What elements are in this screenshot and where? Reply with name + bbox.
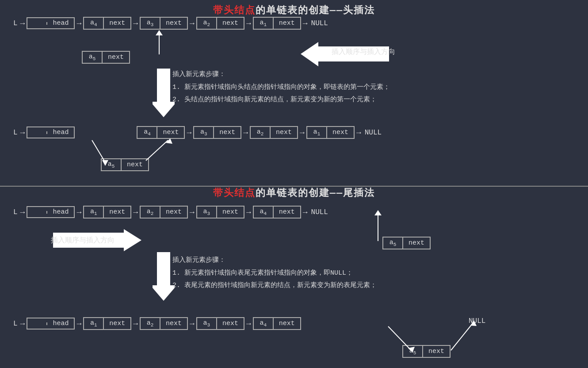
a4-next-1: next	[104, 18, 130, 28]
title-2: 带头结点的单链表的创建——尾插法	[0, 184, 588, 202]
steps-title-2: 插入新元素步骤：	[172, 254, 377, 267]
l-label-3: L	[13, 208, 18, 216]
node-a3-3: a3 next	[196, 206, 244, 218]
l-label-1: L	[13, 19, 18, 27]
a4-data-3: a4	[254, 207, 274, 218]
svg-marker-10	[374, 210, 382, 215]
svg-marker-11	[153, 252, 175, 301]
l-label-4: L	[13, 320, 18, 328]
a1-next-4: next	[104, 318, 130, 329]
svg-line-4	[92, 140, 105, 162]
a1-data-4: a1	[84, 318, 104, 329]
node-a1-1: a1 next	[253, 17, 301, 30]
a2-data-2: a2	[251, 127, 271, 138]
node-a3-4: a3 next	[196, 317, 244, 330]
direction-label-1: 插入顺序与插入方向	[332, 47, 395, 57]
head-next-1: head	[47, 18, 74, 28]
node-a3-1: a3 next	[140, 17, 188, 30]
node-a2-1: a2 next	[196, 17, 244, 30]
arrow-l2: →	[20, 128, 25, 137]
a3-data-1: a3	[141, 18, 160, 29]
top-section: 带头结点的单链表的创建——头插法 L → head → a4 next → a3…	[0, 0, 588, 184]
arrow-a3-4: →	[246, 319, 251, 328]
arrow-l4: →	[20, 319, 25, 328]
title-2-red: 带头结点	[213, 188, 256, 199]
a3-data-4: a3	[197, 318, 217, 329]
svg-line-14	[451, 323, 473, 350]
row-1: L → head → a4 next → a3 next → a2 next →…	[13, 17, 328, 30]
arrow-null-2: →	[356, 128, 361, 137]
a2-next-3: next	[160, 207, 187, 217]
a5-next-1: next	[103, 52, 129, 62]
bottom-section: 带头结点的单链表的创建——尾插法 L → head → a1 next → a2…	[0, 184, 588, 368]
steps-1: 插入新元素步骤： 1. 新元素指针域指向头结点的指针域指向的对象，即链表的第一个…	[172, 69, 390, 107]
node-a1-3: a1 next	[83, 206, 131, 218]
l-label-2: L	[13, 129, 18, 137]
arrow-h4: →	[76, 319, 81, 328]
head-data-3	[27, 211, 47, 214]
arrow-a3-3: →	[246, 208, 251, 217]
step-2-2: 2. 表尾元素的指针域指向新元素的结点，新元素变为新的表尾元素；	[172, 280, 377, 292]
arrow-h3: →	[76, 208, 81, 217]
a1-next-2: next	[327, 127, 354, 138]
title-1-rest: 的单链表的创建——头插法	[256, 5, 375, 16]
head-data-1	[27, 22, 47, 25]
arrows-row2	[44, 130, 221, 175]
a1-data-1: a1	[254, 18, 274, 29]
a4-next-4: next	[274, 318, 300, 329]
a3-data-3: a3	[197, 207, 217, 218]
a4-next-3: next	[274, 207, 300, 217]
arrow-a4-1: →	[133, 19, 138, 28]
title-1-red: 带头结点	[213, 5, 256, 16]
title-2-rest: 的单链表的创建——尾插法	[256, 188, 375, 199]
node-a1-4: a1 next	[83, 317, 131, 330]
step-2-1: 1. 新元素指针域指向表尾元素指针域指向的对象，即NULL；	[172, 267, 377, 280]
a5-node-1: a5 next	[82, 51, 130, 64]
head-data-4	[27, 322, 47, 325]
a5-data-1: a5	[83, 52, 103, 63]
row-4: L → head → a1 next → a2 next → a3 next →…	[13, 317, 301, 330]
a2-data-3: a2	[141, 207, 160, 218]
svg-marker-3	[153, 69, 175, 117]
a2-next-1: next	[217, 18, 244, 28]
a2-next-4: next	[160, 318, 187, 329]
node-head-1: head	[27, 17, 75, 29]
arrow-l1: →	[20, 19, 25, 28]
arrow-a3-1: →	[190, 19, 195, 28]
a2-data-1: a2	[197, 18, 217, 29]
null-3: NULL	[311, 208, 328, 216]
step-1-1: 1. 新元素指针域指向头结点的指针域指向的对象，即链表的第一个元素；	[172, 81, 390, 94]
arrow-a2-2: →	[300, 128, 305, 137]
arrow-a4-up	[371, 210, 385, 241]
arrow-l3: →	[20, 208, 25, 217]
arrow-a2-4: →	[190, 319, 195, 328]
arrows-row4	[367, 314, 491, 367]
arrow-a2-3: →	[190, 208, 195, 217]
big-down-arrow-2	[153, 252, 175, 301]
node-head-3: head	[27, 206, 75, 218]
node-a2-4: a2 next	[140, 317, 188, 330]
row-3: L → head → a1 next → a2 next → a3 next →…	[13, 206, 328, 218]
svg-marker-2	[156, 30, 163, 35]
a4-data-1: a4	[84, 18, 104, 29]
null-1: NULL	[311, 19, 328, 27]
node-a4-4: a4 next	[253, 317, 301, 330]
a5-node-3: a5 next	[382, 237, 431, 249]
head-next-4: head	[47, 318, 74, 329]
steps-title-1: 插入新元素步骤：	[172, 69, 390, 81]
a3-next-3: next	[217, 207, 244, 217]
node-a2-3: a2 next	[140, 206, 188, 218]
svg-marker-5	[102, 160, 108, 166]
null-2: NULL	[365, 129, 382, 137]
a3-next-4: next	[217, 318, 244, 329]
arrow-a1-4: →	[133, 319, 138, 328]
arrow-a5-up-1	[155, 30, 164, 54]
head-next-3: head	[47, 207, 74, 217]
arrow-a3-2: →	[243, 128, 248, 137]
a1-next-3: next	[104, 207, 130, 217]
arrow-h1: →	[76, 19, 81, 28]
a3-next-1: next	[160, 18, 187, 28]
svg-line-12	[388, 326, 411, 350]
node-a4-3: a4 next	[253, 206, 301, 218]
svg-marker-15	[470, 320, 477, 326]
